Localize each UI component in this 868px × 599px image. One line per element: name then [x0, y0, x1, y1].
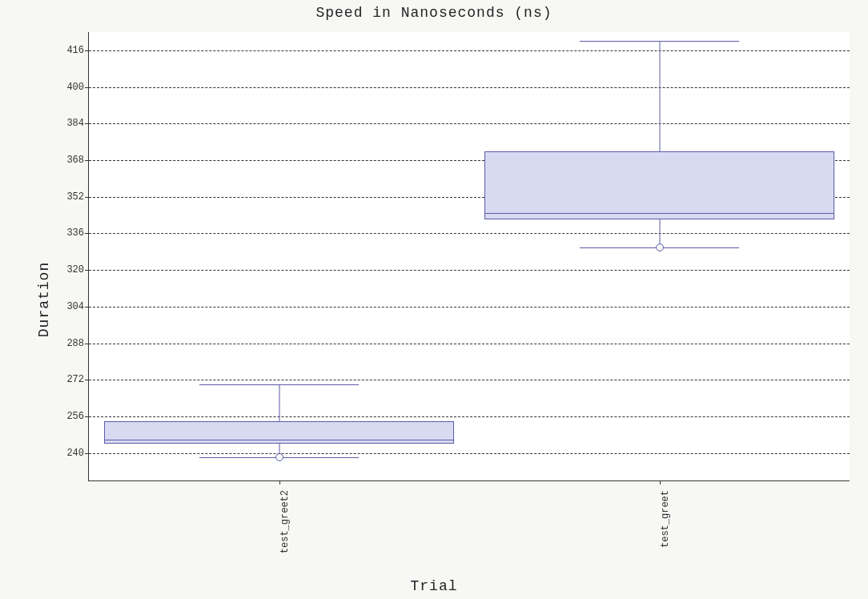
lower-whisker-line: [659, 219, 660, 247]
lower-whisker-line: [279, 444, 279, 457]
upper-whisker-line: [659, 41, 660, 151]
ytick-mark: [85, 50, 89, 51]
iqr-box: [484, 151, 834, 220]
ytick-label: 352: [66, 191, 84, 203]
x-axis-label: Trial: [0, 578, 868, 594]
gridlines-layer: [89, 32, 850, 480]
ytick-label: 304: [66, 301, 84, 312]
gridline: [89, 123, 850, 124]
ytick-mark: [85, 380, 89, 380]
ytick-mark: [85, 197, 89, 198]
ytick-mark: [85, 87, 89, 88]
ytick-label: 240: [66, 448, 84, 459]
ytick-label: 288: [66, 338, 84, 349]
xtick-label: test_greet: [660, 461, 671, 519]
median-line: [104, 440, 454, 440]
ytick-mark: [85, 123, 89, 124]
ytick-label: 368: [66, 155, 84, 166]
ytick-mark: [85, 453, 89, 454]
ytick-label: 400: [66, 82, 84, 93]
plot-area: 240256272288304320336352368384400416 tes…: [88, 32, 850, 481]
upper-whisker-cap: [580, 41, 740, 42]
xtick-mark: [660, 480, 661, 484]
chart-title: Speed in Nanoseconds (ns): [0, 5, 868, 21]
ytick-mark: [85, 344, 89, 344]
gridline: [89, 160, 850, 161]
iqr-box: [104, 421, 454, 444]
gridline: [89, 197, 850, 198]
ytick-mark: [85, 270, 89, 271]
gridline: [89, 50, 850, 51]
gridline: [89, 87, 850, 88]
upper-whisker-line: [279, 384, 279, 421]
chart-root: Speed in Nanoseconds (ns) Duration Trial…: [0, 0, 868, 599]
gridline: [89, 233, 850, 234]
xtick-label: test_greet2: [279, 458, 291, 521]
ytick-label: 336: [66, 227, 84, 239]
xticks-layer: test_greet2test_greet: [89, 32, 850, 480]
gridline: [89, 270, 850, 271]
ytick-label: 416: [66, 45, 84, 56]
lower-whisker-cap: [199, 457, 360, 458]
gridline: [89, 307, 850, 308]
ytick-label: 256: [66, 411, 84, 422]
box-test_greet: [89, 32, 850, 480]
ytick-mark: [85, 233, 89, 234]
median-line: [484, 213, 834, 214]
outlier-point: [656, 243, 664, 251]
outlier-point: [275, 453, 283, 461]
gridline: [89, 344, 850, 344]
ytick-mark: [85, 307, 89, 308]
gridline: [89, 380, 850, 380]
ytick-label: 320: [66, 264, 84, 275]
yticks-layer: 240256272288304320336352368384400416: [89, 32, 850, 480]
ytick-mark: [85, 416, 89, 417]
ytick-label: 384: [66, 118, 84, 129]
ytick-label: 272: [66, 374, 84, 385]
box-test_greet2: [89, 32, 850, 480]
lower-whisker-cap: [580, 247, 740, 248]
y-axis-label: Duration: [36, 262, 52, 337]
xtick-mark: [279, 480, 280, 484]
ytick-mark: [85, 160, 89, 161]
boxes-layer: [89, 32, 850, 480]
gridline: [89, 453, 850, 454]
upper-whisker-cap: [199, 384, 360, 385]
gridline: [89, 416, 850, 417]
